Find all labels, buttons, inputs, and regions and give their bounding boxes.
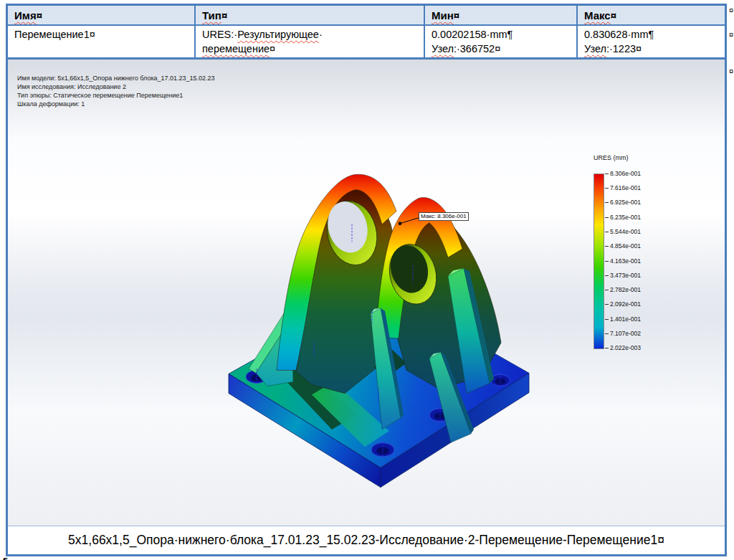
legend-value: 2.782e-001 bbox=[610, 286, 660, 293]
cell-end-mark: ¤ bbox=[495, 43, 500, 54]
cell-min-line1: 0.00202158·mm¶ bbox=[432, 27, 573, 42]
space-mark: · bbox=[319, 29, 323, 40]
cell-name[interactable]: Перемещение1¤ bbox=[8, 26, 196, 57]
cell-end-mark: ¤ bbox=[37, 9, 42, 22]
cell-min-line2: Узел:·366752¤ bbox=[432, 42, 573, 56]
legend-value: 7.107e-002 bbox=[610, 330, 660, 337]
legend-value: 2.092e-001 bbox=[610, 300, 660, 308]
plot-info-line: Тип эпюры: Статическое перемещение Перем… bbox=[17, 91, 215, 100]
cell-type-word2: перемещение bbox=[202, 43, 270, 54]
cell-max[interactable]: 0.830628·mm¶ Узел:·1223¤ bbox=[578, 26, 725, 57]
cell-end-mark: ¤ bbox=[657, 533, 664, 548]
plot-info-line: Имя исследования: Исследование 2 bbox=[17, 82, 215, 91]
legend-value: 3.473e-001 bbox=[610, 272, 660, 279]
cell-end-mark: ¤ bbox=[221, 9, 227, 22]
paragraph-mark: ¶ bbox=[3, 556, 8, 560]
header-min-text: Мин bbox=[432, 9, 454, 22]
row-end-mark: ¤ bbox=[729, 67, 733, 75]
document-page: Имя¤ Тип¤ Мин¤ Макс¤ Перемещение1¤ URES:… bbox=[0, 0, 734, 560]
legend-value: 1.401e-001 bbox=[610, 315, 660, 323]
legend-value: 4.163e-001 bbox=[610, 257, 660, 265]
table-header-row: Имя¤ Тип¤ Мин¤ Макс¤ bbox=[8, 6, 725, 26]
cell-type-line1: URES:·Результирующее· bbox=[202, 27, 421, 42]
plot-info-line: Шкала деформации: 1 bbox=[17, 100, 215, 108]
min-node-word: Узел bbox=[432, 43, 454, 54]
header-cell-max[interactable]: Макс¤ bbox=[578, 6, 725, 24]
paragraph-mark: ¶ bbox=[507, 29, 513, 40]
legend-value: 5.544e-001 bbox=[610, 228, 660, 235]
header-cell-min[interactable]: Мин¤ bbox=[425, 6, 578, 24]
min-value: 0.00202158·mm bbox=[432, 29, 507, 40]
min-node-number: :·366752 bbox=[454, 43, 495, 54]
legend-value: 6.925e-001 bbox=[610, 199, 660, 206]
legend-color-bar bbox=[594, 174, 604, 349]
cell-type-word1: Результирующее bbox=[237, 29, 319, 40]
cell-type-line2: перемещение¤ bbox=[202, 42, 421, 56]
plot-info: Имя модели: 5x1,66x1,5_Опора нижнего бло… bbox=[17, 74, 215, 108]
caption-text: 5x1,66x1,5_Опора·нижнего·блока_17.01.23_… bbox=[68, 533, 657, 548]
cell-max-line2: Узел:·1223¤ bbox=[584, 42, 722, 56]
cell-end-mark: ¤ bbox=[454, 9, 459, 22]
legend-title: URES (mm) bbox=[594, 154, 629, 161]
cell-max-line1: 0.830628·mm¶ bbox=[584, 27, 722, 42]
cell-end-mark: ¤ bbox=[90, 29, 95, 40]
caption-row[interactable]: 5x1,66x1,5_Опора·нижнего·блока_17.01.23_… bbox=[8, 526, 725, 554]
legend-value: 7.616e-001 bbox=[610, 184, 660, 191]
max-value: 0.830628·mm bbox=[584, 29, 648, 40]
legend-value: 4.854e-001 bbox=[610, 242, 660, 250]
cell-min[interactable]: 0.00202158·mm¶ Узел:·366752¤ bbox=[425, 26, 578, 57]
cell-type[interactable]: URES:·Результирующее· перемещение¤ bbox=[196, 26, 425, 57]
cell-end-mark: ¤ bbox=[611, 9, 616, 22]
cell-type-pre: URES:· bbox=[202, 29, 237, 40]
paragraph-mark: ¶ bbox=[648, 29, 654, 40]
max-node-number: :·1223 bbox=[606, 43, 636, 54]
header-name-text: Имя bbox=[14, 9, 37, 22]
legend-value: 2.022e-003 bbox=[610, 344, 660, 351]
table-data-row: Перемещение1¤ URES:·Результирующее· пере… bbox=[8, 26, 725, 60]
cell-end-mark: ¤ bbox=[270, 43, 275, 54]
plot-info-line: Имя модели: 5x1,66x1,5_Опора нижнего бло… bbox=[17, 74, 215, 82]
legend-value: 6.235e-001 bbox=[610, 214, 660, 221]
row-end-mark: ¤ bbox=[729, 30, 733, 39]
max-annotation-label: Макс: 8.306e-001 bbox=[419, 212, 469, 221]
header-cell-name[interactable]: Имя¤ bbox=[8, 6, 196, 24]
row-end-mark: ¤ bbox=[729, 6, 733, 14]
simulation-image[interactable]: Имя модели: 5x1,66x1,5_Опора нижнего бло… bbox=[8, 60, 725, 526]
results-table: Имя¤ Тип¤ Мин¤ Макс¤ Перемещение1¤ URES:… bbox=[6, 4, 727, 556]
header-max-text: Макс bbox=[584, 9, 611, 22]
max-node-word: Узел bbox=[584, 43, 606, 54]
header-cell-type[interactable]: Тип¤ bbox=[196, 6, 425, 24]
cell-end-mark: ¤ bbox=[636, 43, 642, 54]
cell-name-text: Перемещение1 bbox=[14, 29, 90, 40]
legend-value: 8.306e-001 bbox=[610, 170, 660, 177]
header-type-text: Тип bbox=[202, 9, 221, 22]
